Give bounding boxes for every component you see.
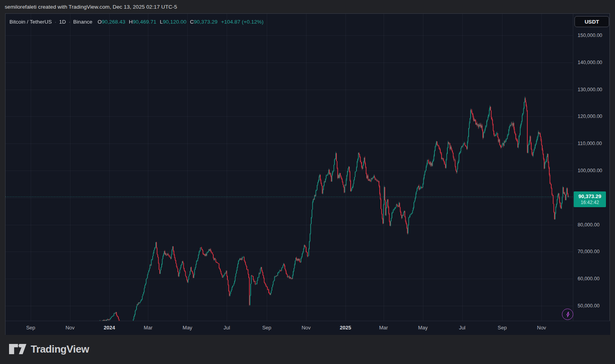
price-axis-tick: 130,000.00 bbox=[578, 87, 602, 92]
time-axis-tick: Jul bbox=[459, 325, 465, 331]
high-value: 90,469.71 bbox=[133, 19, 156, 25]
time-axis-tick: Nov bbox=[301, 325, 310, 331]
time-axis-tick: Nov bbox=[65, 325, 74, 331]
interval-label[interactable]: 1D bbox=[59, 19, 66, 25]
price-axis-tick: 110,000.00 bbox=[578, 141, 602, 146]
price-axis-tick: 60,000.00 bbox=[578, 276, 600, 281]
time-axis-tick: 2025 bbox=[340, 325, 351, 331]
price-axis-tick: 150,000.00 bbox=[578, 33, 602, 38]
time-axis-tick: Mar bbox=[379, 325, 388, 331]
close-label: C bbox=[190, 19, 194, 25]
last-price-value: 90,373.29 bbox=[578, 193, 601, 200]
open-value: 90,268.43 bbox=[102, 19, 125, 25]
ohlc-values: O90,268.43 H90,469.71 L90,120.00 C90,373… bbox=[98, 19, 264, 25]
time-axis-tick: Sep bbox=[262, 325, 271, 331]
time-axis-tick: 2024 bbox=[104, 325, 115, 331]
price-axis-tick: 70,000.00 bbox=[578, 249, 600, 254]
exchange-label[interactable]: Binance bbox=[73, 19, 92, 25]
low-value: 90,120.00 bbox=[163, 19, 187, 25]
legend-separator: · bbox=[69, 19, 71, 25]
time-axis-tick: Jul bbox=[223, 325, 230, 331]
symbol-title[interactable]: Bitcoin / TetherUS bbox=[9, 19, 52, 25]
high-label: H bbox=[129, 19, 133, 25]
price-axis-tick: 140,000.00 bbox=[578, 60, 602, 65]
lightning-trade-button[interactable] bbox=[562, 309, 573, 320]
price-axis-tick: 120,000.00 bbox=[578, 114, 602, 119]
time-axis[interactable]: SepNov2024MarMayJulSepNov2025MarMayJulSe… bbox=[6, 321, 610, 335]
brand-name: TradingView bbox=[31, 343, 89, 355]
tradingview-logo[interactable]: TradingView bbox=[9, 341, 89, 357]
open-label: O bbox=[98, 19, 102, 25]
symbol-legend: Bitcoin / TetherUS · 1D · Binance O90,26… bbox=[9, 18, 264, 25]
time-axis-tick: May bbox=[418, 325, 428, 331]
change-value: +104.87 (+0.12%) bbox=[221, 19, 264, 25]
price-axis-tick: 50,000.00 bbox=[578, 303, 600, 309]
low-label: L bbox=[160, 19, 163, 25]
legend-separator: · bbox=[55, 19, 57, 25]
attribution-text: semilorefaleti created with TradingView.… bbox=[5, 4, 177, 10]
chart-panel: Bitcoin / TetherUS · 1D · Binance O90,26… bbox=[5, 13, 610, 335]
tradingview-logo-icon bbox=[9, 343, 26, 355]
currency-toggle-button[interactable]: USDT bbox=[574, 16, 609, 27]
price-axis[interactable]: USDT 90,373.29 16:42:42 150,000.00140,00… bbox=[573, 14, 610, 321]
time-axis-tick: Sep bbox=[498, 325, 507, 331]
lightning-bolt-icon bbox=[565, 311, 571, 318]
time-axis-tick: Sep bbox=[26, 325, 35, 331]
time-axis-tick: Mar bbox=[144, 325, 152, 331]
close-value: 90,373.29 bbox=[194, 19, 218, 25]
time-axis-tick: Nov bbox=[537, 325, 546, 331]
time-axis-tick: May bbox=[183, 325, 192, 331]
candlestick-chart-canvas[interactable] bbox=[6, 14, 573, 321]
price-axis-tick: 80,000.00 bbox=[578, 222, 600, 228]
price-axis-tick: 100,000.00 bbox=[578, 168, 602, 173]
bar-countdown: 16:42:42 bbox=[581, 200, 599, 206]
last-price-label: 90,373.29 16:42:42 bbox=[574, 191, 606, 207]
